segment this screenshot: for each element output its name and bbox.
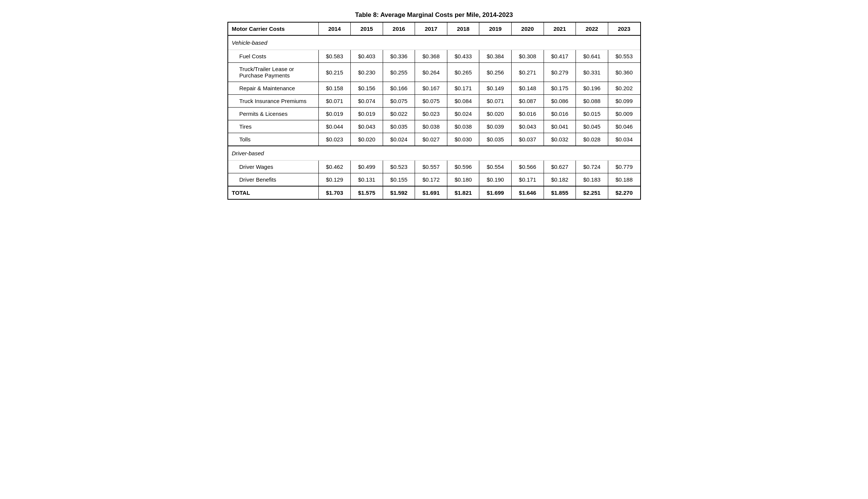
cell-0-1-3: $0.264 (415, 63, 447, 82)
cell-0-0-7: $0.417 (544, 50, 576, 63)
cell-1-0-1: $0.499 (351, 161, 383, 173)
total-label: TOTAL (228, 186, 319, 199)
cell-0-2-0: $0.158 (318, 82, 351, 95)
row-name-0-1: Truck/Trailer Lease or Purchase Payments (228, 63, 319, 82)
cell-0-6-2: $0.024 (383, 133, 415, 146)
cell-0-2-7: $0.175 (544, 82, 576, 95)
cell-1-1-2: $0.155 (383, 173, 415, 187)
cell-1-0-3: $0.557 (415, 161, 447, 173)
cell-1-0-7: $0.627 (544, 161, 576, 173)
total-value-9: $2.270 (608, 186, 640, 199)
table-title: Table 8: Average Marginal Costs per Mile… (227, 11, 641, 19)
cell-0-3-4: $0.084 (447, 95, 479, 108)
header-year-2017: 2017 (415, 22, 447, 35)
cell-0-1-1: $0.230 (351, 63, 383, 82)
cell-0-6-7: $0.032 (544, 133, 576, 146)
header-year-2016: 2016 (383, 22, 415, 35)
cell-0-6-3: $0.027 (415, 133, 447, 146)
row-name-0-4: Permits & Licenses (228, 108, 319, 120)
cell-0-0-9: $0.553 (608, 50, 640, 63)
cell-0-2-8: $0.196 (576, 82, 608, 95)
cell-0-4-4: $0.024 (447, 108, 479, 120)
table-wrapper: Table 8: Average Marginal Costs per Mile… (227, 11, 641, 200)
cell-0-5-8: $0.045 (576, 120, 608, 133)
cell-0-4-8: $0.015 (576, 108, 608, 120)
cell-0-0-8: $0.641 (576, 50, 608, 63)
cell-1-0-0: $0.462 (318, 161, 351, 173)
cell-0-0-6: $0.308 (512, 50, 544, 63)
cell-1-1-1: $0.131 (351, 173, 383, 187)
cell-0-4-1: $0.019 (351, 108, 383, 120)
cell-1-1-9: $0.188 (608, 173, 640, 187)
header-row: Motor Carrier Costs 20142015201620172018… (228, 22, 641, 35)
cell-0-2-2: $0.166 (383, 82, 415, 95)
section-header-1: Driver-based (228, 146, 641, 161)
cell-0-3-5: $0.071 (479, 95, 512, 108)
total-value-6: $1.646 (512, 186, 544, 199)
cell-1-0-9: $0.779 (608, 161, 640, 173)
cell-1-0-2: $0.523 (383, 161, 415, 173)
cell-1-1-3: $0.172 (415, 173, 447, 187)
cell-0-4-5: $0.020 (479, 108, 512, 120)
total-value-5: $1.699 (479, 186, 512, 199)
cell-0-5-4: $0.038 (447, 120, 479, 133)
cell-1-1-0: $0.129 (318, 173, 351, 187)
cell-0-0-2: $0.336 (383, 50, 415, 63)
cell-1-0-8: $0.724 (576, 161, 608, 173)
cell-0-3-8: $0.088 (576, 95, 608, 108)
cell-1-1-7: $0.182 (544, 173, 576, 187)
cell-0-3-3: $0.075 (415, 95, 447, 108)
cell-0-4-3: $0.023 (415, 108, 447, 120)
header-year-2019: 2019 (479, 22, 512, 35)
row-name-0-0: Fuel Costs (228, 50, 319, 63)
cell-0-6-1: $0.020 (351, 133, 383, 146)
cell-1-1-6: $0.171 (512, 173, 544, 187)
cell-0-2-1: $0.156 (351, 82, 383, 95)
table-row: Tires$0.044$0.043$0.035$0.038$0.038$0.03… (228, 120, 641, 133)
cell-0-5-7: $0.041 (544, 120, 576, 133)
cell-0-3-6: $0.087 (512, 95, 544, 108)
table-row: Truck/Trailer Lease or Purchase Payments… (228, 63, 641, 82)
cell-0-5-0: $0.044 (318, 120, 351, 133)
section-label-0: Vehicle-based (228, 35, 641, 50)
cell-1-1-4: $0.180 (447, 173, 479, 187)
total-value-2: $1.592 (383, 186, 415, 199)
cell-0-1-4: $0.265 (447, 63, 479, 82)
cell-0-4-0: $0.019 (318, 108, 351, 120)
table-row: Truck Insurance Premiums$0.071$0.074$0.0… (228, 95, 641, 108)
cell-0-0-3: $0.368 (415, 50, 447, 63)
row-name-0-2: Repair & Maintenance (228, 82, 319, 95)
header-year-2018: 2018 (447, 22, 479, 35)
table-row: Permits & Licenses$0.019$0.019$0.022$0.0… (228, 108, 641, 120)
cell-0-5-1: $0.043 (351, 120, 383, 133)
table-row: Tolls$0.023$0.020$0.024$0.027$0.030$0.03… (228, 133, 641, 146)
header-col-costs: Motor Carrier Costs (228, 22, 319, 35)
cell-0-3-0: $0.071 (318, 95, 351, 108)
cell-1-0-6: $0.566 (512, 161, 544, 173)
total-value-1: $1.575 (351, 186, 383, 199)
header-year-2023: 2023 (608, 22, 640, 35)
cell-0-0-5: $0.384 (479, 50, 512, 63)
table-row: Repair & Maintenance$0.158$0.156$0.166$0… (228, 82, 641, 95)
cell-0-6-4: $0.030 (447, 133, 479, 146)
total-row: TOTAL$1.703$1.575$1.592$1.691$1.821$1.69… (228, 186, 641, 199)
cell-0-3-9: $0.099 (608, 95, 640, 108)
cell-0-5-5: $0.039 (479, 120, 512, 133)
cell-0-0-4: $0.433 (447, 50, 479, 63)
cell-0-1-6: $0.271 (512, 63, 544, 82)
header-year-2015: 2015 (351, 22, 383, 35)
cell-0-1-8: $0.331 (576, 63, 608, 82)
row-name-1-0: Driver Wages (228, 161, 319, 173)
cell-1-1-5: $0.190 (479, 173, 512, 187)
cell-0-4-7: $0.016 (544, 108, 576, 120)
row-name-0-5: Tires (228, 120, 319, 133)
table-row: Driver Benefits$0.129$0.131$0.155$0.172$… (228, 173, 641, 187)
cell-0-3-7: $0.086 (544, 95, 576, 108)
cell-1-0-4: $0.596 (447, 161, 479, 173)
cell-0-6-9: $0.034 (608, 133, 640, 146)
cell-0-1-9: $0.360 (608, 63, 640, 82)
cell-0-3-2: $0.075 (383, 95, 415, 108)
cell-0-2-3: $0.167 (415, 82, 447, 95)
total-value-8: $2.251 (576, 186, 608, 199)
total-value-3: $1.691 (415, 186, 447, 199)
